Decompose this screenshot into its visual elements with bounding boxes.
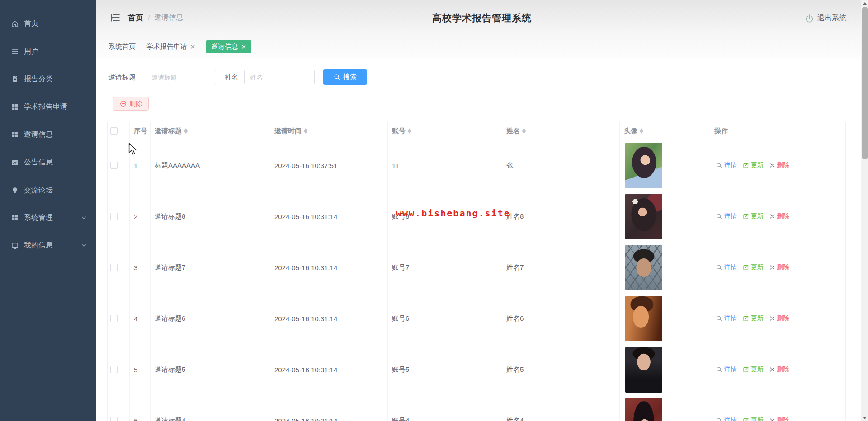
avatar [625,296,662,341]
sidebar-item[interactable]: 系统管理 [0,204,96,232]
cell-name: 姓名8 [502,191,620,242]
edit-icon [743,264,749,271]
col-invite-time[interactable]: 邀请时间 [270,122,388,140]
delete-action[interactable]: 删除 [769,365,789,374]
cell-name: 姓名4 [502,395,620,421]
scroll-down-icon[interactable] [861,415,868,421]
sidebar-item-label: 公告信息 [24,158,53,167]
edit-icon [743,162,749,168]
delete-link[interactable]: 删除 [777,314,789,323]
bulk-delete-button[interactable]: 删除 [113,97,149,111]
tab[interactable]: 学术报告申请 [146,42,195,51]
cell-invite-time: 2024-05-16 10:31:14 [270,395,388,421]
tab[interactable]: 邀请信息 [206,40,251,53]
sidebar-item[interactable]: 交流论坛 [0,176,96,204]
update-link[interactable]: 更新 [751,263,764,271]
detail-action[interactable]: 详情 [716,416,737,421]
detail-link[interactable]: 详情 [724,416,737,421]
watermark-text: www.bishebang.site [396,208,510,219]
update-link[interactable]: 更新 [751,416,764,421]
cell-name: 姓名7 [502,242,620,293]
table-row: 6 邀请标题4 2024-05-16 10:31:14 账号4 姓名4 详情 [108,395,845,421]
detail-action[interactable]: 详情 [716,365,737,374]
name-input[interactable] [244,70,315,84]
avatar [625,245,662,290]
update-action[interactable]: 更新 [743,365,764,374]
col-account[interactable]: 账号 [388,122,502,140]
sort-caret-icon[interactable] [408,128,411,134]
scrollbar-thumb[interactable] [862,7,868,159]
delete-link[interactable]: 删除 [777,263,789,271]
table-row: 3 邀请标题7 2024-05-16 10:31:14 账号7 姓名7 详情 [108,242,845,293]
delete-action[interactable]: 删除 [769,212,789,220]
sidebar-item-label: 首页 [24,19,38,28]
row-checkbox[interactable] [110,417,118,421]
sidebar-item[interactable]: 学术报告申请 [0,93,96,121]
update-action[interactable]: 更新 [743,416,764,421]
detail-link[interactable]: 详情 [724,314,737,323]
search-button[interactable]: 搜索 [323,69,367,85]
detail-link[interactable]: 详情 [724,365,737,374]
update-link[interactable]: 更新 [751,161,764,169]
cell-name: 姓名5 [502,344,620,395]
update-link[interactable]: 更新 [751,314,764,323]
tab-close-icon[interactable] [241,44,246,49]
tab-close-icon[interactable] [190,44,195,49]
update-link[interactable]: 更新 [751,212,764,220]
delete-action[interactable]: 删除 [769,161,789,169]
delete-action[interactable]: 删除 [769,416,789,421]
tab-label: 邀请信息 [211,42,238,51]
update-action[interactable]: 更新 [743,314,764,323]
sidebar-item[interactable]: 用户 [0,37,96,65]
col-invite-title[interactable]: 邀请标题 [151,122,270,140]
delete-link[interactable]: 删除 [777,416,789,421]
delete-link[interactable]: 删除 [777,161,789,169]
sidebar-item[interactable]: 报告分类 [0,65,96,93]
delete-action[interactable]: 删除 [769,263,789,271]
detail-action[interactable]: 详情 [716,212,737,220]
detail-link[interactable]: 详情 [724,212,737,220]
cell-account: 账号6 [388,293,502,344]
sidebar-item[interactable]: 首页 [0,10,96,37]
delete-action[interactable]: 删除 [769,314,789,323]
delete-link[interactable]: 删除 [777,365,789,374]
chevron-down-icon [81,215,87,221]
col-avatar[interactable]: 头像 [620,122,710,140]
sidebar-item[interactable]: 公告信息 [0,149,96,176]
update-action[interactable]: 更新 [743,263,764,271]
sidebar-menu: 首页 用户 报告分类 [0,0,96,260]
row-checkbox[interactable] [110,162,118,169]
scrollbar[interactable] [861,0,868,421]
sidebar-item[interactable]: 邀请信息 [0,121,96,149]
col-actions: 操作 [710,122,845,140]
select-all-checkbox[interactable] [110,127,118,135]
update-action[interactable]: 更新 [743,161,764,169]
col-name[interactable]: 姓名 [502,122,620,140]
scroll-up-icon[interactable] [861,0,868,6]
update-action[interactable]: 更新 [743,212,764,220]
update-link[interactable]: 更新 [751,365,764,374]
edit-icon [743,213,749,220]
sort-caret-icon[interactable] [522,128,526,134]
detail-action[interactable]: 详情 [716,263,737,271]
detail-action[interactable]: 详情 [716,161,737,169]
detail-link[interactable]: 详情 [724,161,737,169]
row-checkbox[interactable] [110,264,118,271]
invite-title-input[interactable] [146,70,216,84]
cell-invite-time: 2024-05-16 10:37:51 [270,140,388,191]
detail-link[interactable]: 详情 [724,263,737,271]
row-checkbox[interactable] [110,315,118,322]
delete-link[interactable]: 删除 [777,212,789,220]
tab[interactable]: 系统首页 [108,42,136,51]
sort-caret-icon[interactable] [184,128,188,134]
magnifier-icon [716,366,722,373]
sort-caret-icon[interactable] [640,128,643,134]
row-checkbox[interactable] [110,213,118,220]
doc-icon [11,75,19,83]
row-checkbox[interactable] [110,366,118,373]
sort-caret-icon[interactable] [304,128,307,134]
magnifier-icon [716,213,722,220]
detail-action[interactable]: 详情 [716,314,737,323]
logout-button[interactable]: 退出系统 [805,14,846,23]
sidebar-item[interactable]: 我的信息 [0,232,96,259]
